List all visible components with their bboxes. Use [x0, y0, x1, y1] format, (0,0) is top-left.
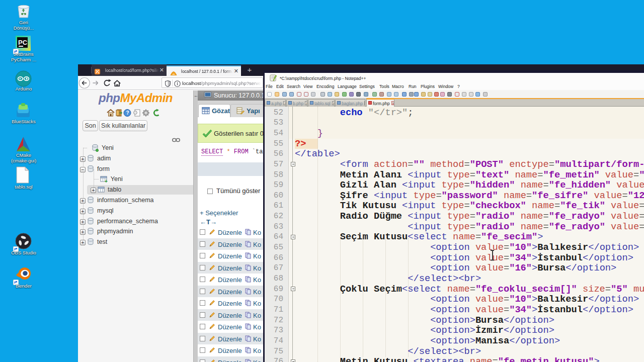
svg-text:?: ?: [126, 110, 129, 116]
svg-text:PC: PC: [18, 39, 28, 46]
